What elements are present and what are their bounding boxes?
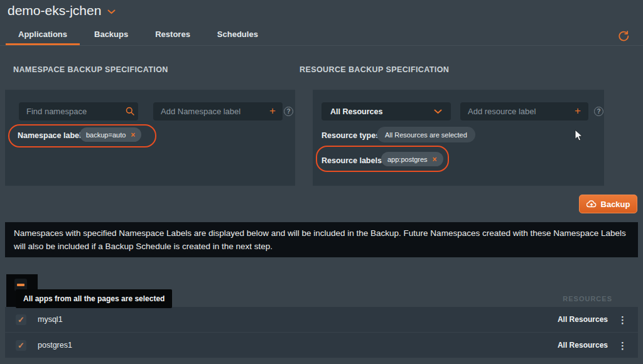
tab-bar: Applications Backups Restores Schedules	[0, 25, 643, 46]
resource-types-badge: All Resources are selected	[377, 127, 475, 142]
chip-remove-icon[interactable]: ×	[131, 131, 135, 139]
app-name: postgres1	[38, 341, 72, 350]
select-all-tooltip: All apps from all the pages are selected	[16, 289, 172, 308]
namespace-label-caption: Namespace label	[18, 131, 81, 140]
row-checkbox[interactable]: ✓	[16, 314, 26, 325]
resource-spec-heading: RESOURCE BACKUP SPECIFICATION	[300, 65, 449, 74]
add-resource-label-plus-icon[interactable]: +	[575, 105, 581, 116]
chevron-down-icon	[107, 9, 116, 14]
chip-remove-icon[interactable]: ×	[433, 155, 437, 164]
cluster-selector[interactable]: demo-eks-jchen	[8, 3, 116, 18]
add-namespace-label-input[interactable]	[153, 102, 283, 120]
search-icon[interactable]	[126, 107, 134, 115]
row-resources-value[interactable]: All Resources	[558, 315, 608, 324]
add-namespace-label-plus-icon[interactable]: +	[269, 105, 276, 116]
indeterminate-dash-icon	[17, 284, 24, 286]
resource-labels-caption: Resource labels:	[322, 156, 384, 165]
check-icon: ✓	[18, 316, 24, 324]
namespace-spec-heading: NAMESPACE BACKUP SPECIFICATION	[13, 65, 168, 74]
refresh-icon[interactable]	[618, 30, 630, 42]
find-namespace-input[interactable]	[19, 102, 138, 120]
check-icon: ✓	[18, 341, 24, 350]
resources-column-header: RESOURCES	[563, 295, 612, 302]
namespace-help-icon[interactable]: ?	[284, 107, 293, 116]
tab-schedules[interactable]: Schedules	[205, 25, 271, 45]
namespace-label-chip[interactable]: backup=auto ×	[80, 127, 141, 142]
cloud-backup-icon	[586, 200, 597, 208]
add-resource-label-input[interactable]	[460, 102, 588, 120]
namespace-spec-card: + ? Namespace label backup=auto ×	[5, 90, 295, 186]
kebab-menu-icon[interactable]: ⋮	[618, 315, 627, 324]
app-name: mysql1	[38, 315, 63, 324]
row-resources-value[interactable]: All Resources	[558, 341, 608, 350]
resource-types-caption: Resource types:	[322, 131, 382, 140]
chevron-down-icon	[434, 109, 442, 114]
resource-label-chip[interactable]: app:postgres ×	[381, 152, 443, 166]
tab-restores[interactable]: Restores	[143, 25, 203, 45]
table-row[interactable]: ✓ postgres1 All Resources ⋮	[5, 333, 638, 358]
resources-dropdown[interactable]: All Resources	[322, 102, 451, 120]
resource-spec-card: All Resources + ? Resource types: All Re…	[313, 90, 604, 186]
row-checkbox[interactable]: ✓	[16, 340, 26, 351]
kebab-menu-icon[interactable]: ⋮	[618, 341, 627, 350]
tab-backups[interactable]: Backups	[82, 25, 141, 45]
resource-help-icon[interactable]: ?	[594, 107, 603, 116]
notice-banner: Namespaces with specified Namespace Labe…	[5, 222, 638, 257]
page-title: demo-eks-jchen	[8, 3, 101, 18]
backup-button[interactable]: Backup	[579, 195, 637, 213]
tab-applications[interactable]: Applications	[6, 25, 80, 45]
table-row[interactable]: ✓ mysql1 All Resources ⋮	[5, 307, 638, 332]
